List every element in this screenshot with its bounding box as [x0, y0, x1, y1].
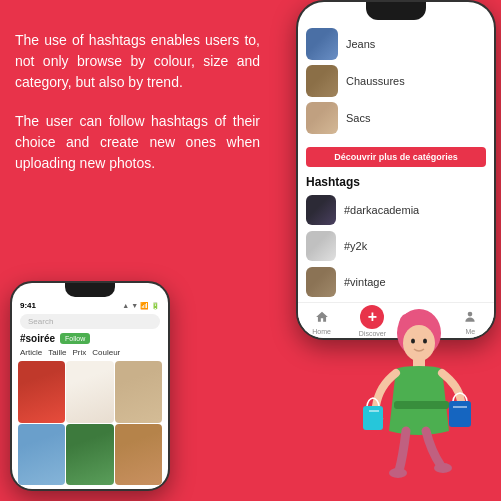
- photo-2: [66, 361, 113, 423]
- photo-grid: [12, 359, 168, 489]
- svg-point-8: [434, 463, 452, 473]
- category-label-chaussures: Chaussures: [346, 75, 405, 87]
- hashtag-thumb-vintage: [306, 267, 336, 297]
- shopping-woman-illustration: [341, 301, 481, 491]
- decouvrir-button[interactable]: Découvrir plus de catégories: [306, 147, 486, 167]
- follow-button[interactable]: Follow: [60, 333, 90, 344]
- filter-couleur[interactable]: Couleur: [92, 348, 120, 357]
- category-thumb-jeans: [306, 28, 338, 60]
- hashtag-item-vintage: #vintage: [306, 267, 486, 297]
- hashtag-item-darkacademia: #darkacademia: [306, 195, 486, 225]
- paragraph-2: The user can follow hashtags of their ch…: [15, 111, 260, 174]
- nav-label-home: Home: [312, 328, 331, 335]
- filter-bar: Article Taille Prix Couleur: [12, 346, 168, 359]
- category-list: Jeans Chaussures Sacs: [298, 24, 494, 143]
- svg-point-4: [423, 339, 427, 344]
- photo-4: [18, 424, 65, 486]
- phone-left-header: 9:41 ▲ ▼ 📶 🔋: [12, 297, 168, 312]
- hashtag-soiree-row: #soirée Follow: [12, 331, 168, 346]
- svg-rect-9: [363, 406, 383, 430]
- search-bar[interactable]: Search: [20, 314, 160, 329]
- category-item-chaussures: Chaussures: [306, 65, 486, 97]
- filter-article[interactable]: Article: [20, 348, 42, 357]
- phone-right: Jeans Chaussures Sacs Découvrir plus de …: [296, 0, 496, 340]
- nav-item-home[interactable]: Home: [312, 307, 332, 335]
- hashtag-thumb-dark: [306, 195, 336, 225]
- phone-left-notch: [65, 283, 115, 297]
- filter-taille[interactable]: Taille: [48, 348, 66, 357]
- soiree-hashtag: #soirée: [20, 333, 55, 344]
- text-area: The use of hashtags enables users to, no…: [15, 30, 260, 192]
- svg-point-3: [411, 339, 415, 344]
- home-icon: [312, 307, 332, 327]
- hashtags-section: Hashtags #darkacademia #y2k #vintage: [298, 171, 494, 302]
- hashtag-thumb-y2k: [306, 231, 336, 261]
- photo-1: [18, 361, 65, 423]
- category-label-jeans: Jeans: [346, 38, 375, 50]
- svg-rect-6: [394, 401, 449, 409]
- photo-3: [115, 361, 162, 423]
- category-item-sacs: Sacs: [306, 102, 486, 134]
- hashtags-title: Hashtags: [306, 175, 486, 189]
- category-label-sacs: Sacs: [346, 112, 370, 124]
- phone-left: 9:41 ▲ ▼ 📶 🔋 Search #soirée Follow Artic…: [10, 281, 170, 491]
- svg-rect-10: [449, 401, 471, 427]
- search-placeholder: Search: [28, 317, 53, 326]
- hashtag-label-vintage: #vintage: [344, 276, 386, 288]
- photo-5: [66, 424, 113, 486]
- category-thumb-sacs: [306, 102, 338, 134]
- filter-prix[interactable]: Prix: [72, 348, 86, 357]
- category-item-jeans: Jeans: [306, 28, 486, 60]
- category-thumb-chaussures: [306, 65, 338, 97]
- phone-right-notch: [366, 2, 426, 20]
- hashtag-label-dark: #darkacademia: [344, 204, 419, 216]
- phone-time: 9:41: [20, 301, 36, 310]
- hashtag-item-y2k: #y2k: [306, 231, 486, 261]
- hashtag-label-y2k: #y2k: [344, 240, 367, 252]
- svg-point-2: [403, 325, 435, 361]
- svg-point-7: [389, 468, 407, 478]
- paragraph-1: The use of hashtags enables users to, no…: [15, 30, 260, 93]
- photo-6: [115, 424, 162, 486]
- phone-status: ▲ ▼ 📶 🔋: [122, 302, 160, 310]
